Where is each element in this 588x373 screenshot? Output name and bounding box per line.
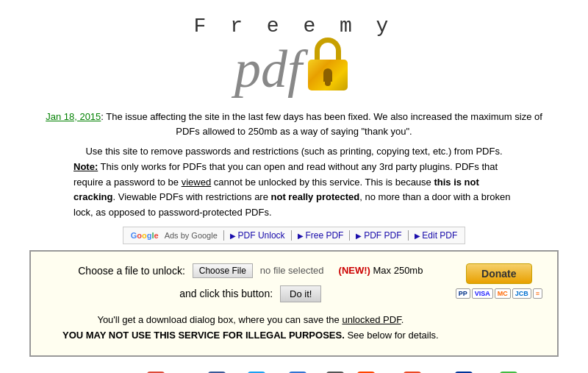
info-line1: You'll get a download dialog box, where …	[46, 313, 456, 328]
unlocked-pdf-text: unlocked PDF	[342, 314, 401, 325]
ads-link-3[interactable]: PDF PDF	[356, 230, 401, 241]
main-box-right: Donate PP VISA MC JCB ≡	[456, 263, 542, 299]
visa-icon: VISA	[472, 288, 493, 299]
ads-bar: Google Ads by Google PDF Unlock Free PDF…	[123, 227, 466, 244]
note-after-bold1: . Viewable PDFs with restrictions are	[112, 191, 270, 202]
choose-file-button[interactable]: Choose File	[193, 263, 253, 278]
lock-icon	[302, 38, 354, 96]
main-box-content: Choose a file to unlock: Choose File no …	[46, 263, 542, 344]
note-viewed: viewed	[182, 177, 211, 188]
disc-icon: ≡	[533, 288, 542, 299]
info-line2: YOU MAY NOT USE THIS SERVICE FOR ILLEGAL…	[46, 328, 456, 344]
desc-line1: Use this site to remove passwords and re…	[44, 144, 544, 160]
page-wrapper: F r e e m y pdf Jan 18, 2015: The issue …	[0, 0, 588, 373]
note-mid: cannot be unlocked by this service. This…	[211, 177, 434, 188]
lock-keyhole	[323, 68, 332, 82]
info-line3: See below for details.	[347, 330, 438, 341]
main-box-left: Choose a file to unlock: Choose File no …	[46, 263, 456, 344]
logo-pdf-row: pdf	[15, 38, 573, 100]
notice-text: : The issue affecting the site in the la…	[101, 111, 542, 137]
lock-body	[308, 60, 348, 90]
button-row: and click this button: Do it!	[46, 285, 456, 302]
note-bold2: not really protected	[271, 191, 360, 202]
lock-shackle	[315, 38, 341, 60]
new-badge: (NEW!)	[339, 265, 370, 276]
doit-button[interactable]: Do it!	[280, 285, 321, 302]
choose-label: Choose a file to unlock:	[78, 265, 185, 277]
donate-button[interactable]: Donate	[466, 263, 532, 284]
ads-link-2[interactable]: Free PDF	[298, 230, 344, 241]
description-block: Use this site to remove passwords and re…	[44, 144, 544, 221]
illegal-warning: YOU MAY NOT USE THIS SERVICE FOR ILLEGAL…	[62, 330, 345, 341]
file-row: Choose a file to unlock: Choose File no …	[46, 263, 456, 278]
notice-bar: Jan 18, 2015: The issue affecting the si…	[44, 110, 544, 138]
ads-by-label: Ads by Google	[165, 231, 218, 240]
note-prefix: Note:	[74, 161, 98, 172]
ads-logo: Google	[131, 230, 159, 241]
paypal-icon: PP	[456, 288, 470, 299]
ads-link-1[interactable]: PDF Unlock	[230, 230, 285, 241]
mastercard-icon: MC	[495, 288, 511, 299]
max-size-text: (NEW!) Max 250mb	[339, 265, 423, 276]
click-label: and click this button:	[179, 288, 273, 299]
logo-area: F r e e m y pdf	[15, 7, 573, 104]
max-size-value: Max 250mb	[373, 265, 423, 276]
logo-pdf-text: pdf	[234, 43, 302, 96]
file-name-display: no file selected	[260, 265, 324, 276]
ads-link-4[interactable]: Edit PDF	[415, 230, 458, 241]
payment-icons: PP VISA MC JCB ≡	[456, 288, 542, 299]
logo-freemy: F r e e m y	[15, 15, 573, 38]
desc-note: Note: This only works for PDFs that you …	[74, 160, 514, 221]
notice-date-link[interactable]: Jan 18, 2015	[46, 111, 101, 122]
info-text: You'll get a download dialog box, where …	[46, 313, 456, 344]
jcb-icon: JCB	[512, 288, 531, 299]
main-box: Choose a file to unlock: Choose File no …	[29, 250, 559, 357]
